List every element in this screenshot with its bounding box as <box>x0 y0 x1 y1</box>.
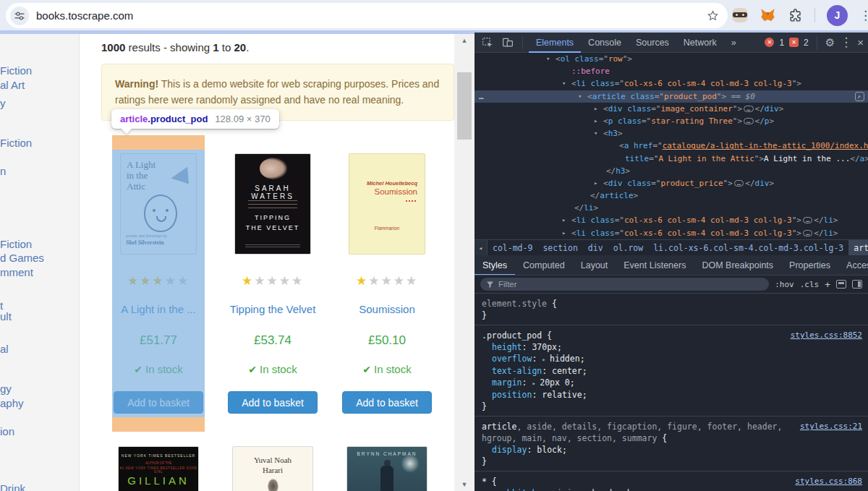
sidebar-category-link[interactable]: gy <box>0 383 12 395</box>
page-scrollbar[interactable]: ▲ ▼ <box>454 34 475 491</box>
book-cover-soumission[interactable]: Michel Houellebecq Soumission Flammarion <box>349 153 425 255</box>
scrollbar-thumb[interactable] <box>457 72 472 140</box>
styles-tab-dom-breakpoints[interactable]: DOM Breakpoints <box>694 255 781 276</box>
breadcrumb-item[interactable]: section <box>537 240 582 256</box>
dom-tree-node[interactable]: ▾<h3> <box>475 127 868 140</box>
console-errors-count[interactable]: 1 <box>779 38 784 48</box>
device-toolbar-icon[interactable] <box>499 35 516 51</box>
expand-arrow-icon[interactable]: ▾ <box>578 90 582 103</box>
book-cover-sapiens[interactable]: Yuval Noah Harari <box>232 446 313 491</box>
add-to-basket-button[interactable]: Add to basket <box>342 391 432 414</box>
css-property[interactable]: -webkit-box-sizing: border-box; <box>482 487 861 491</box>
expand-arrow-icon[interactable]: ▸ <box>562 214 566 226</box>
styles-tab-computed[interactable]: Computed <box>515 255 573 276</box>
expand-arrow-icon[interactable]: ▾ <box>546 53 550 65</box>
expand-arrow-icon[interactable]: ▸ <box>594 177 597 189</box>
issues-icon[interactable]: ✕ <box>789 38 799 47</box>
breadcrumb-item[interactable]: div <box>583 240 608 256</box>
styles-tab-event-listeners[interactable]: Event Listeners <box>616 255 694 276</box>
issues-count[interactable]: 2 <box>804 38 809 48</box>
toggle-class-state[interactable]: .cls <box>800 280 820 289</box>
collapsed-children-icon[interactable]: … <box>744 106 753 112</box>
breadcrumb-item[interactable]: ol.row <box>608 240 649 256</box>
product-title-link[interactable]: Soumission <box>341 303 433 315</box>
css-property[interactable]: margin: ▸ 20px 0; <box>482 377 861 389</box>
sidebar-category-link[interactable]: Fiction <box>0 137 32 149</box>
devtools-menu-icon[interactable]: ⋮ <box>840 35 852 50</box>
dom-tree-node[interactable]: ▸<li class="col-xs-6 col-sm-4 col-md-3 c… <box>475 227 868 239</box>
url-text[interactable]: books.toscrape.com <box>36 9 707 22</box>
sidebar-category-link[interactable]: al Art <box>0 79 25 91</box>
devtools-tab-network[interactable]: Network <box>676 33 724 53</box>
add-to-basket-button[interactable]: Add to basket <box>228 391 318 414</box>
expand-arrow-icon[interactable]: ▸ <box>562 227 566 239</box>
collapsed-children-icon[interactable]: … <box>734 180 744 187</box>
book-cover-sharp-objects[interactable]: NEW YORK TIMES BESTSELLER AUTHOR OF THE … <box>118 446 199 491</box>
dom-tree-node[interactable]: ▸<div class="image_container">…</div> <box>475 103 868 115</box>
sidebar-category-link[interactable]: ion <box>0 425 14 437</box>
devtools-tab-elements[interactable]: Elements <box>529 33 581 53</box>
dom-tree-node[interactable]: <a href="catalogue/a-light-in-the-attic_… <box>475 140 868 152</box>
dom-tree-node[interactable]: ::before <box>475 65 868 77</box>
devtools-tab-sources[interactable]: Sources <box>629 33 676 53</box>
styles-tab-styles[interactable]: Styles <box>475 255 515 276</box>
dom-tree-node[interactable]: ▾<li class="col-xs-6 col-sm-4 col-md-3 c… <box>475 77 868 90</box>
stylesheet-link[interactable]: styles.css:868 <box>795 476 862 487</box>
devtools-tab-console[interactable]: Console <box>581 33 629 53</box>
book-cover-tipping-the-velvet[interactable]: SARAH WATERS TIPPING THE VELVET <box>234 153 311 255</box>
product-title-link[interactable]: Tipping the Velvet <box>226 303 319 315</box>
sidebar-category-link[interactable]: mment <box>0 266 33 278</box>
extension-metamask-icon[interactable] <box>760 7 776 23</box>
dom-tree-node[interactable]: </h3> <box>475 165 868 177</box>
devtools-settings-icon[interactable]: ⚙ <box>825 36 835 49</box>
collapsed-children-icon[interactable]: … <box>803 230 812 236</box>
expand-arrow-icon[interactable]: ▸ <box>594 115 597 127</box>
rendering-emulation-icon[interactable] <box>836 280 846 289</box>
breadcrumb-scroll-left-icon[interactable]: ◂ <box>475 240 488 256</box>
sidebar-category-link[interactable]: n <box>0 165 6 177</box>
sidebar-category-link[interactable]: Drink <box>0 482 25 491</box>
dom-tree-node[interactable]: ▸<p class="star-rating Three">…</p> <box>475 115 868 127</box>
dom-tree-node[interactable]: ▸<div class="product_price">…</div> <box>475 177 868 189</box>
devtools-close-icon[interactable]: × <box>857 36 864 48</box>
bookmark-star-icon[interactable] <box>707 9 719 22</box>
css-selector[interactable]: .product_pod <box>482 330 542 341</box>
extension-ninja-icon[interactable] <box>732 8 748 22</box>
console-errors-icon[interactable]: ✕ <box>765 38 774 47</box>
address-bar[interactable]: books.toscrape.com <box>6 3 728 28</box>
dom-tree-node[interactable]: title="A Light in the Attic">A Light in … <box>475 153 868 165</box>
book-cover-requiem-red[interactable]: BRYNN CHAPMAN <box>346 446 427 491</box>
expand-arrow-icon[interactable]: ▾ <box>594 127 597 140</box>
sidebar-category-link[interactable]: Fiction <box>0 238 32 250</box>
stylesheet-link[interactable]: styles.css:21 <box>800 421 862 432</box>
css-selector[interactable]: article <box>482 422 516 432</box>
stylesheet-link[interactable]: styles.css:8852 <box>791 330 862 341</box>
css-property[interactable]: text-align: center; <box>482 365 861 377</box>
profile-avatar[interactable]: J <box>827 5 848 26</box>
breadcrumb-item[interactable]: li.col-xs-6.col-sm-4.col-md-3.col-lg-3 <box>648 240 848 256</box>
dom-tree-node[interactable]: </li> <box>475 202 868 214</box>
dom-tree-node[interactable]: ▾<ol class="row"> <box>475 53 868 65</box>
dom-tree-node[interactable]: ▾<article class="product_pod"> == $0… <box>475 90 868 103</box>
sidebar-category-link[interactable]: al <box>0 343 9 355</box>
dom-tree-node[interactable]: ▸<li class="col-xs-6 col-sm-4 col-md-3 c… <box>475 214 868 226</box>
new-style-rule-icon[interactable]: + <box>825 279 830 290</box>
breadcrumb-item[interactable]: article.product_pod <box>848 240 868 256</box>
sidebar-category-link[interactable]: y <box>0 97 6 109</box>
sidebar-category-link[interactable]: aphy <box>0 397 24 409</box>
collapsed-children-icon[interactable]: … <box>803 217 812 223</box>
styles-tab-properties[interactable]: Properties <box>781 255 838 276</box>
css-property[interactable]: display: block; <box>482 444 861 456</box>
css-selector[interactable]: element.style <box>482 299 547 309</box>
sidebar-category-link[interactable]: ult <box>0 310 12 323</box>
breadcrumb-item[interactable]: col-md-9 <box>488 240 537 256</box>
css-property[interactable]: overflow: ▸ hidden; <box>482 353 861 365</box>
expand-arrow-icon[interactable]: ▸ <box>594 103 597 115</box>
site-settings-icon[interactable] <box>10 7 29 25</box>
styles-filter-input[interactable]: Filter <box>480 278 769 291</box>
css-selector[interactable]: , aside, details, figcaption, figure, fo… <box>482 422 782 443</box>
collapsed-children-icon[interactable]: … <box>744 118 753 124</box>
css-property[interactable]: position: relative; <box>482 389 861 401</box>
browser-menu-icon[interactable]: ⋮ <box>859 8 868 23</box>
css-selector[interactable]: * <box>482 477 487 487</box>
